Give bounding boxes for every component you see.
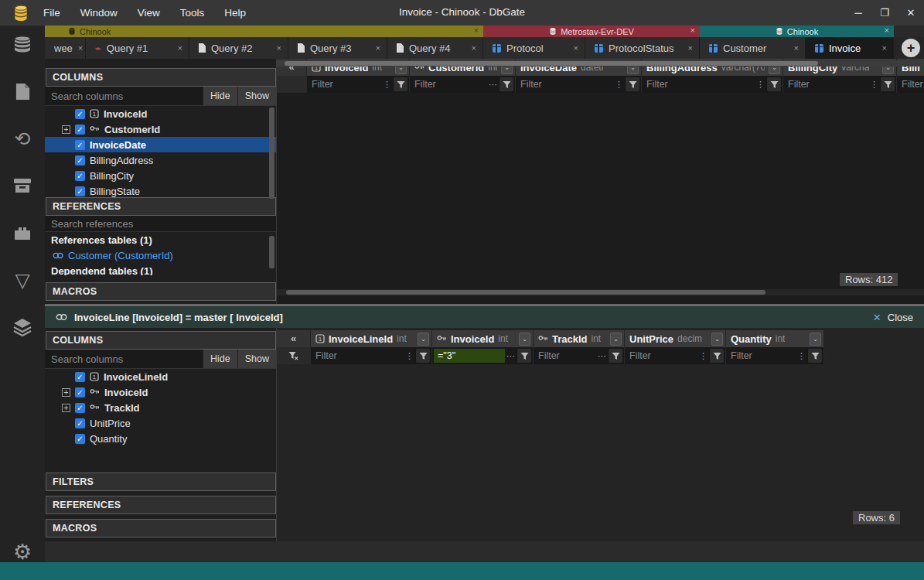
settings-gear-icon[interactable]: ⚙: [0, 540, 45, 565]
filters-icon[interactable]: ▽: [11, 269, 34, 291]
invoiceline-filter-invoiceid[interactable]: ="3"⋯: [432, 347, 534, 364]
filter-input[interactable]: [534, 350, 596, 361]
filter-menu-icon[interactable]: ⋯: [505, 351, 517, 361]
filter-funnel-icon[interactable]: [807, 349, 822, 363]
detail-column-item-quantity[interactable]: Quantity: [45, 431, 276, 446]
filter-funnel-icon[interactable]: [709, 349, 724, 363]
detail-macros-section-header[interactable]: MACROS: [46, 519, 276, 537]
master-column-item-billingaddress[interactable]: BillingAddress: [45, 152, 276, 168]
close-tab-icon[interactable]: ×: [376, 43, 380, 53]
close-group-icon[interactable]: ×: [690, 26, 695, 35]
close-tab-icon[interactable]: ×: [178, 43, 182, 53]
connection-group-chinook-0[interactable]: Chinook×: [45, 26, 483, 37]
menu-view[interactable]: View: [138, 7, 160, 19]
detail-column-item-invoicelineid[interactable]: 1InvoiceLineId: [45, 369, 276, 384]
filter-value[interactable]: ="3": [434, 349, 505, 363]
filter-menu-icon[interactable]: ⋯: [596, 351, 608, 361]
chevron-down-icon[interactable]: ⌄: [519, 333, 530, 346]
grid-top-scrollbar[interactable]: [277, 60, 924, 67]
filter-input[interactable]: [897, 79, 924, 90]
filter-funnel-icon[interactable]: [880, 77, 895, 91]
filter-menu-icon[interactable]: ⋮: [755, 80, 766, 90]
master-column-item-billingstate[interactable]: BillingState: [45, 183, 276, 197]
close-tab-icon[interactable]: ×: [472, 43, 476, 53]
macros-section-header[interactable]: MACROS: [46, 282, 276, 301]
filter-input[interactable]: [642, 79, 755, 90]
checkbox-checked-icon[interactable]: [75, 186, 85, 196]
master-column-item-invoicedate[interactable]: InvoiceDate: [45, 137, 276, 152]
close-tab-icon[interactable]: ×: [882, 43, 887, 53]
detail-references-section-header[interactable]: REFERENCES: [46, 496, 276, 514]
close-tab-icon[interactable]: ×: [574, 43, 578, 53]
menu-help[interactable]: Help: [224, 7, 246, 19]
menu-window[interactable]: Window: [80, 7, 118, 19]
hide-columns-button[interactable]: Hide: [203, 87, 237, 105]
archive-icon[interactable]: [11, 175, 34, 196]
reference-customer-link[interactable]: Customer (CustomerId): [45, 247, 276, 263]
filter-funnel-icon[interactable]: [517, 349, 531, 363]
invoiceline-column-header-unitprice[interactable]: UnitPricedecim⌄: [625, 330, 726, 347]
tab-query-1[interactable]: ⌁Query #1×: [86, 37, 189, 59]
checkbox-checked-icon[interactable]: [75, 109, 85, 119]
detail-search-columns-input[interactable]: [45, 350, 203, 368]
references-section-header[interactable]: REFERENCES: [46, 197, 276, 216]
detail-show-columns-button[interactable]: Show: [237, 350, 276, 368]
filter-input[interactable]: [783, 79, 868, 90]
grid-bottom-scrollbar[interactable]: [277, 289, 924, 295]
plugins-icon[interactable]: [11, 222, 34, 244]
tab-query-2[interactable]: Query #2×: [189, 37, 288, 59]
close-tab-icon[interactable]: ×: [794, 43, 799, 53]
checkbox-checked-icon[interactable]: [75, 387, 85, 397]
tab-query-4[interactable]: Query #4×: [387, 37, 483, 59]
invoice-filter-billingaddress[interactable]: ⋮: [642, 76, 783, 93]
files-icon[interactable]: [11, 80, 34, 102]
invoice-filter-invoiceid[interactable]: ⋮: [307, 76, 410, 93]
filter-input[interactable]: [516, 79, 613, 90]
invoiceline-filter-quantity[interactable]: ⋮: [726, 347, 824, 364]
filter-menu-icon[interactable]: ⋮: [796, 351, 807, 361]
tab-wee[interactable]: wee×: [45, 37, 86, 59]
close-tab-icon[interactable]: ×: [78, 43, 83, 53]
filter-menu-icon[interactable]: ⋯: [487, 80, 499, 90]
new-tab-button[interactable]: +: [902, 39, 920, 57]
close-detail-button[interactable]: ✕ Close: [873, 312, 913, 323]
tab-protocolstatus[interactable]: ProtocolStatus×: [585, 37, 700, 59]
filter-funnel-icon[interactable]: [393, 77, 407, 91]
filter-funnel-icon[interactable]: [608, 349, 622, 363]
filter-input[interactable]: [625, 350, 697, 361]
invoiceline-column-header-trackid[interactable]: TrackIdint⌄: [534, 330, 625, 347]
invoice-filter-customerid[interactable]: ⋯: [410, 76, 516, 93]
close-group-icon[interactable]: ×: [474, 26, 479, 35]
close-tab-icon[interactable]: ×: [277, 43, 281, 53]
checkbox-checked-icon[interactable]: [75, 372, 85, 382]
menu-file[interactable]: File: [43, 7, 60, 19]
references-scrollbar[interactable]: [269, 236, 274, 268]
master-column-item-billingcity[interactable]: BillingCity: [45, 168, 276, 183]
filters-section-header[interactable]: FILTERS: [46, 473, 276, 491]
window-restore-button[interactable]: ❐: [871, 0, 898, 26]
filter-menu-icon[interactable]: ⋮: [697, 351, 709, 361]
chevron-down-icon[interactable]: ⌄: [610, 333, 622, 346]
expand-icon[interactable]: +: [62, 125, 70, 134]
connection-group-metrostav-evr-dev-1[interactable]: Metrostav-Evr-DEV×: [483, 26, 700, 37]
expand-icon[interactable]: +: [62, 404, 70, 412]
detail-column-item-trackid[interactable]: +TrackId: [45, 400, 276, 415]
clear-filters-icon[interactable]: [277, 351, 310, 360]
chevron-down-icon[interactable]: ⌄: [418, 333, 429, 346]
window-minimize-button[interactable]: ─: [845, 0, 871, 26]
search-columns-input[interactable]: [45, 87, 203, 105]
detail-hide-columns-button[interactable]: Hide: [203, 350, 237, 368]
checkbox-checked-icon[interactable]: [75, 155, 85, 165]
invoiceline-column-header-invoiceid[interactable]: InvoiceIdint⌄: [432, 330, 534, 347]
window-close-button[interactable]: ✕: [898, 0, 924, 26]
detail-column-item-unitprice[interactable]: UnitPrice: [45, 415, 276, 431]
tab-invoice[interactable]: Invoice×: [806, 37, 894, 59]
tab-customer[interactable]: Customer×: [700, 37, 806, 59]
filter-funnel-icon[interactable]: [415, 349, 430, 363]
checkbox-checked-icon[interactable]: [75, 171, 85, 181]
filter-funnel-icon[interactable]: [499, 77, 513, 91]
invoiceline-filter-unitprice[interactable]: ⋮: [625, 347, 726, 364]
filter-menu-icon[interactable]: ⋮: [404, 351, 415, 361]
database-icon[interactable]: [11, 33, 34, 55]
close-group-icon[interactable]: ×: [885, 26, 889, 35]
